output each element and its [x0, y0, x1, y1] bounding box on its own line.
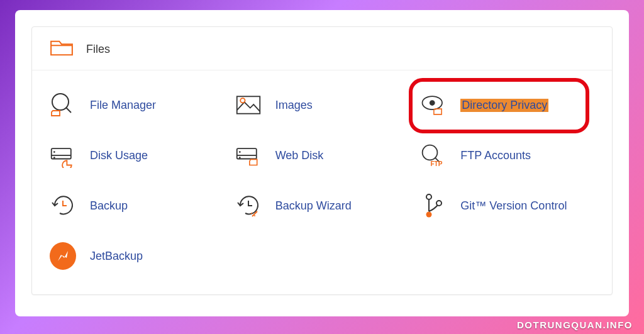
item-label: FTP Accounts	[460, 149, 531, 162]
outer-card: Files File Manager	[15, 10, 629, 316]
panel-title: Files	[86, 43, 110, 56]
item-backup[interactable]: Backup	[50, 192, 229, 219]
file-manager-icon	[50, 92, 76, 118]
panel-header: Files	[32, 27, 612, 70]
item-web-disk[interactable]: Web Disk	[235, 142, 414, 169]
item-label: Backup Wizard	[275, 199, 352, 213]
svg-point-22	[426, 212, 432, 218]
watermark: DOTRUNGQUAN.INFO	[517, 320, 633, 330]
ftp-accounts-icon: FTP	[420, 142, 447, 169]
svg-point-21	[426, 194, 431, 199]
item-jetbackup[interactable]: JetBackup	[50, 243, 229, 269]
item-label: Directory Privacy	[460, 99, 548, 112]
files-panel: Files File Manager	[31, 26, 613, 295]
item-directory-privacy[interactable]: Directory Privacy	[420, 92, 599, 118]
item-images[interactable]: Images	[235, 92, 414, 118]
folder-icon	[50, 38, 74, 60]
jetbackup-icon	[50, 243, 76, 269]
items-grid: File Manager Images	[32, 70, 612, 288]
directory-privacy-icon	[420, 92, 447, 118]
svg-point-10	[53, 157, 55, 159]
svg-point-14	[239, 157, 241, 159]
git-icon	[420, 192, 447, 219]
svg-point-13	[239, 151, 241, 153]
item-label: File Manager	[90, 99, 156, 112]
disk-usage-icon	[50, 142, 76, 169]
item-label: Images	[275, 99, 313, 112]
backup-icon	[50, 192, 76, 219]
images-icon	[235, 92, 262, 118]
item-disk-usage[interactable]: Disk Usage	[50, 142, 229, 169]
item-label: JetBackup	[90, 250, 143, 263]
item-file-manager[interactable]: File Manager	[50, 92, 229, 118]
item-label: Backup	[90, 199, 128, 213]
svg-point-6	[430, 100, 435, 106]
svg-point-19	[251, 213, 252, 214]
svg-point-20	[254, 215, 255, 216]
svg-line-2	[66, 108, 71, 113]
svg-text:FTP: FTP	[431, 160, 443, 167]
svg-point-9	[53, 151, 55, 153]
item-git-version-control[interactable]: Git™ Version Control	[420, 192, 599, 219]
svg-point-4	[240, 98, 245, 103]
item-backup-wizard[interactable]: Backup Wizard	[235, 192, 414, 219]
backup-wizard-icon	[235, 192, 262, 219]
item-label: Web Disk	[275, 149, 324, 162]
web-disk-icon	[235, 142, 262, 169]
item-ftp-accounts[interactable]: FTP FTP Accounts	[420, 142, 599, 169]
item-label: Git™ Version Control	[460, 199, 567, 213]
item-label: Disk Usage	[90, 149, 148, 162]
